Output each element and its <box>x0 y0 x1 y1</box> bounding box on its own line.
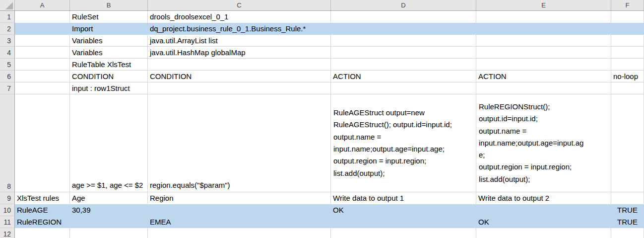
row-9: 9XlsTest rulesAgeRegionWrite data to out… <box>0 192 644 204</box>
cell-A12[interactable] <box>15 228 70 238</box>
cell-D7[interactable] <box>331 82 476 94</box>
cell-B4[interactable]: Variables <box>70 47 148 59</box>
cell-E2[interactable] <box>476 23 611 35</box>
cell-B1[interactable]: RuleSet <box>70 11 148 23</box>
row-header-11[interactable]: 11 <box>0 216 15 228</box>
cell-C1[interactable]: drools_droolsexcel_0_1 <box>148 11 331 23</box>
cell-F10[interactable]: TRUE <box>611 204 644 216</box>
cell-B8[interactable]: age >= $1, age <= $2 <box>70 94 148 192</box>
cell-A6[interactable] <box>15 71 70 82</box>
cell-F3[interactable] <box>611 35 644 47</box>
cell-D4[interactable] <box>331 47 476 59</box>
cell-F12[interactable] <box>611 228 644 238</box>
cell-E1[interactable] <box>476 11 611 23</box>
cell-B6[interactable]: CONDITION <box>70 71 148 82</box>
cell-C3[interactable]: java.util.ArrayList list <box>148 35 331 47</box>
cell-D3[interactable] <box>331 35 476 47</box>
cell-A2[interactable] <box>15 23 70 35</box>
cell-D8[interactable]: RuleAGEStruct output=new RuleAGEStruct()… <box>331 94 476 192</box>
cell-D6[interactable]: ACTION <box>331 71 476 82</box>
row-11: 11RuleREGIONEMEAOKTRUE <box>0 216 644 228</box>
row-3: 3Variablesjava.util.ArrayList list <box>0 35 644 47</box>
cell-E7[interactable] <box>476 82 611 94</box>
row-header-10[interactable]: 10 <box>0 204 15 216</box>
column-header-C[interactable]: C <box>148 0 331 10</box>
cell-B9[interactable]: Age <box>70 192 148 204</box>
cell-E8[interactable]: RuleREGIONStruct(); output.id=input.id; … <box>476 94 611 192</box>
row-header-9[interactable]: 9 <box>0 192 15 204</box>
cell-D9[interactable]: Write data to output 1 <box>331 192 476 204</box>
cell-D12[interactable] <box>331 228 476 238</box>
cell-C5[interactable] <box>148 59 331 71</box>
cell-A8[interactable] <box>15 94 70 192</box>
cell-F9[interactable] <box>611 192 644 204</box>
cell-C2[interactable]: dq_project.business_rule_0_1.Business_Ru… <box>148 23 331 35</box>
cell-B2[interactable]: Import <box>70 23 148 35</box>
cell-E4[interactable] <box>476 47 611 59</box>
cell-D1[interactable] <box>331 11 476 23</box>
cell-F2[interactable] <box>611 23 644 35</box>
cell-A11[interactable]: RuleREGION <box>15 216 70 228</box>
cell-E10[interactable] <box>476 204 611 216</box>
cell-C11[interactable]: EMEA <box>148 216 331 228</box>
cell-F1[interactable] <box>611 11 644 23</box>
select-all-corner[interactable] <box>0 0 15 10</box>
cell-B3[interactable]: Variables <box>70 35 148 47</box>
cell-B11[interactable] <box>70 216 148 228</box>
row-header-8[interactable]: 8 <box>0 94 15 192</box>
cell-C9[interactable]: Region <box>148 192 331 204</box>
cell-D10[interactable]: OK <box>331 204 476 216</box>
cell-C10[interactable] <box>148 204 331 216</box>
column-header-D[interactable]: D <box>331 0 476 10</box>
cell-E6[interactable]: ACTION <box>476 71 611 82</box>
cell-C7[interactable] <box>148 82 331 94</box>
cell-E5[interactable] <box>476 59 611 71</box>
row-header-6[interactable]: 6 <box>0 71 15 82</box>
row-header-5[interactable]: 5 <box>0 59 15 71</box>
cell-C4[interactable]: java.util.HashMap globalMap <box>148 47 331 59</box>
row-header-4[interactable]: 4 <box>0 47 15 59</box>
cell-F4[interactable] <box>611 47 644 59</box>
cell-B12[interactable] <box>70 228 148 238</box>
cell-C8[interactable]: region.equals("$param") <box>148 94 331 192</box>
cell-F11[interactable]: TRUE <box>611 216 644 228</box>
cell-A5[interactable] <box>15 59 70 71</box>
cell-D2[interactable] <box>331 23 476 35</box>
row-header-7[interactable]: 7 <box>0 82 15 94</box>
row-5: 5RuleTable XlsTest <box>0 59 644 71</box>
cell-A7[interactable] <box>15 82 70 94</box>
cell-A4[interactable] <box>15 47 70 59</box>
column-header-F[interactable]: F <box>611 0 644 10</box>
cell-E9[interactable]: Write data to output 2 <box>476 192 611 204</box>
column-header-E[interactable]: E <box>476 0 611 10</box>
row-header-12[interactable]: 12 <box>0 228 15 238</box>
cell-E12[interactable] <box>476 228 611 238</box>
cell-B5[interactable]: RuleTable XlsTest <box>70 59 148 71</box>
cell-B10[interactable]: 30,39 <box>70 204 148 216</box>
spreadsheet: A B C D E F 1RuleSetdrools_droolsexcel_0… <box>0 0 644 238</box>
cell-D5[interactable] <box>331 59 476 71</box>
cell-A9[interactable]: XlsTest rules <box>15 192 70 204</box>
cell-A10[interactable]: RuleAGE <box>15 204 70 216</box>
cell-F6[interactable]: no-loop <box>611 71 644 82</box>
row-header-3[interactable]: 3 <box>0 35 15 47</box>
column-header-row: A B C D E F <box>0 0 644 11</box>
cell-F5[interactable] <box>611 59 644 71</box>
cell-D11[interactable] <box>331 216 476 228</box>
cell-C6[interactable]: CONDITION <box>148 71 331 82</box>
row-header-1[interactable]: 1 <box>0 11 15 23</box>
column-header-B[interactable]: B <box>70 0 148 10</box>
cell-E11[interactable]: OK <box>476 216 611 228</box>
row-header-2[interactable]: 2 <box>0 23 15 35</box>
cell-F8[interactable] <box>611 94 644 192</box>
cell-A3[interactable] <box>15 35 70 47</box>
cell-F7[interactable] <box>611 82 644 94</box>
column-header-A[interactable]: A <box>15 0 70 10</box>
row-12: 12 <box>0 228 644 238</box>
row-2: 2Importdq_project.business_rule_0_1.Busi… <box>0 23 644 35</box>
cell-E3[interactable] <box>476 35 611 47</box>
cell-C12[interactable] <box>148 228 331 238</box>
cell-B7[interactable]: input : row1Struct <box>70 82 148 94</box>
row-1: 1RuleSetdrools_droolsexcel_0_1 <box>0 11 644 23</box>
cell-A1[interactable] <box>15 11 70 23</box>
